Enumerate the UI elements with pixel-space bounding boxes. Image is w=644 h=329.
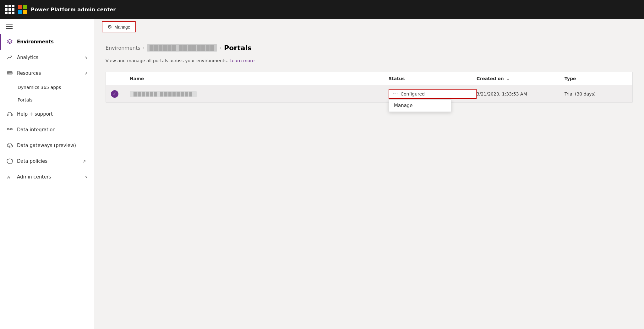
- sidebar-item-data-integration[interactable]: Data integration: [0, 122, 94, 138]
- created-sort-icon: ↓: [507, 77, 510, 81]
- svg-point-2: [8, 72, 8, 73]
- chart-icon: [6, 54, 13, 61]
- hamburger-icon: [6, 24, 88, 29]
- sidebar-item-data-policies[interactable]: Data policies ↗: [0, 153, 94, 169]
- microsoft-logo: [18, 5, 27, 14]
- sidebar-nav: Environments Analytics ∨: [0, 34, 94, 185]
- svg-rect-4: [7, 114, 8, 116]
- waffle-menu[interactable]: [5, 5, 14, 14]
- sidebar-item-admin-centers[interactable]: A Admin centers ∨: [0, 169, 94, 185]
- sidebar-item-resources[interactable]: Resources ∧: [0, 65, 94, 81]
- breadcrumb: Environments › ██████ ████████ › Portals: [106, 44, 633, 52]
- layout: Environments Analytics ∨: [0, 19, 644, 329]
- dropdown-item-manage[interactable]: Manage: [389, 100, 451, 112]
- cloud-upload-icon: [6, 142, 13, 149]
- shield-icon: [6, 158, 13, 165]
- svg-point-3: [8, 74, 8, 74]
- main-content: ⚙ Manage Environments › ██████ ████████ …: [94, 19, 644, 329]
- row-select-check[interactable]: ✓: [111, 90, 130, 98]
- sidebar: Environments Analytics ∨: [0, 19, 94, 329]
- sidebar-item-environments[interactable]: Environments: [0, 34, 94, 50]
- row-created-on: 3/21/2020, 1:33:53 AM: [477, 91, 565, 96]
- status-dropdown-trigger[interactable]: ··· Configured: [389, 89, 477, 99]
- col-header-created: Created on ↓: [477, 76, 565, 81]
- page-description: View and manage all portals across your …: [106, 58, 633, 63]
- svg-rect-7: [10, 129, 12, 130]
- dynamics365-label: Dynamics 365 apps: [18, 85, 61, 90]
- portals-table: Name Status Created on ↓ Type ✓ ██████ █…: [106, 72, 633, 103]
- svg-rect-5: [11, 114, 12, 116]
- data-integration-icon: [6, 126, 13, 133]
- admin-centers-chevron: ∨: [85, 175, 88, 179]
- breadcrumb-sep-1: ›: [143, 46, 145, 51]
- sidebar-item-portals[interactable]: Portals: [0, 94, 94, 106]
- layers-icon: [6, 38, 13, 45]
- sidebar-item-data-gateways[interactable]: Data gateways (preview): [0, 138, 94, 153]
- row-name-blurred: ██████ ████████: [130, 91, 197, 97]
- col-header-name: Name: [130, 76, 389, 81]
- breadcrumb-environments[interactable]: Environments: [106, 45, 140, 51]
- more-options-icon: ···: [392, 91, 398, 97]
- breadcrumb-current: Portals: [224, 44, 252, 52]
- col-header-type: Type: [565, 76, 627, 81]
- environments-label: Environments: [17, 39, 88, 45]
- table-header: Name Status Created on ↓ Type: [106, 72, 632, 85]
- sidebar-item-dynamics365[interactable]: Dynamics 365 apps: [0, 81, 94, 94]
- manage-button[interactable]: ⚙ Manage: [102, 21, 136, 32]
- analytics-chevron: ∨: [85, 55, 88, 60]
- toolbar-area: ⚙ Manage: [94, 19, 644, 35]
- headset-icon: [6, 111, 13, 118]
- data-gateways-label: Data gateways (preview): [17, 143, 88, 148]
- analytics-label: Analytics: [17, 55, 81, 60]
- portals-label: Portals: [18, 97, 33, 102]
- resources-icon: [6, 70, 13, 77]
- manage-gear-icon: ⚙: [107, 24, 112, 30]
- resources-label: Resources: [17, 70, 81, 76]
- resources-chevron: ∧: [85, 71, 88, 75]
- svg-text:A: A: [7, 175, 10, 179]
- hamburger-button[interactable]: [0, 19, 94, 34]
- learn-more-link[interactable]: Learn more: [229, 58, 254, 63]
- breadcrumb-blurred-env: ██████ ████████: [147, 44, 217, 52]
- table-row: ✓ ██████ ████████ ··· Configured Manage: [106, 85, 632, 102]
- content-area: Environments › ██████ ████████ › Portals…: [94, 35, 644, 329]
- manage-button-label: Manage: [114, 25, 130, 30]
- row-type: Trial (30 days): [565, 91, 627, 96]
- row-name: ██████ ████████: [130, 91, 389, 96]
- topbar: Power Platform admin center: [0, 0, 644, 19]
- admin-icon: A: [6, 173, 13, 180]
- col-header-select: [111, 76, 130, 81]
- sidebar-item-help[interactable]: Help + support: [0, 106, 94, 122]
- app-title: Power Platform admin center: [31, 7, 116, 13]
- data-policies-label: Data policies: [17, 158, 77, 164]
- svg-rect-6: [7, 129, 9, 130]
- check-icon: ✓: [111, 90, 118, 98]
- data-integration-label: Data integration: [17, 127, 88, 133]
- row-status-cell: ··· Configured Manage: [389, 89, 477, 99]
- breadcrumb-sep-2: ›: [220, 46, 221, 51]
- col-header-status: Status: [389, 76, 477, 81]
- status-dropdown-menu: Manage: [389, 99, 451, 112]
- external-link-icon: ↗: [81, 158, 88, 165]
- sidebar-item-analytics[interactable]: Analytics ∨: [0, 50, 94, 65]
- status-configured: Configured: [401, 91, 425, 96]
- help-label: Help + support: [17, 111, 88, 117]
- admin-centers-label: Admin centers: [17, 174, 81, 180]
